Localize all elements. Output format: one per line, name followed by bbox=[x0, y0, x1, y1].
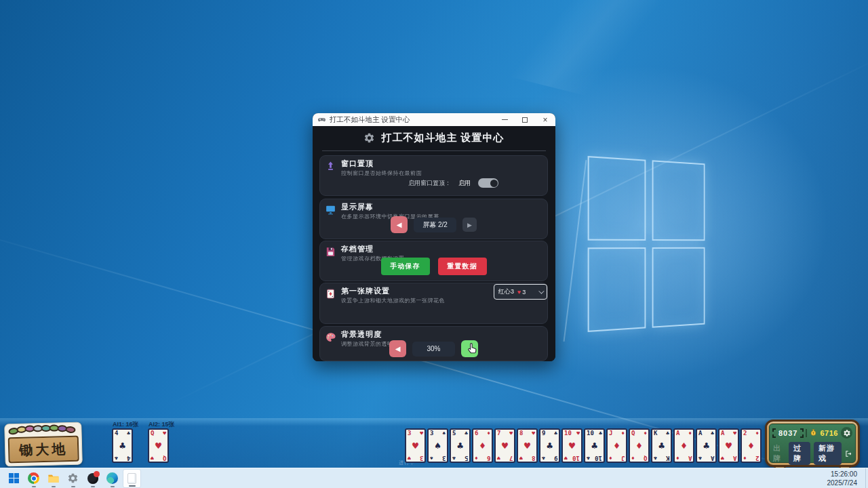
playing-card-icon bbox=[325, 288, 336, 300]
card-suit-icon: ♣ bbox=[115, 455, 118, 461]
playing-card-3♠[interactable]: 3♠♠♠3 bbox=[427, 428, 448, 463]
taskbar-chrome[interactable] bbox=[24, 469, 43, 488]
card-suit-icon: ♥ bbox=[733, 430, 736, 436]
card-rank: 4 bbox=[127, 455, 130, 462]
card-suit-icon: ♣ bbox=[119, 440, 125, 452]
section-first-card: 第一张牌设置 设置争上游和锄大地游戏的第一张牌花色 红心3 ♥ 3 bbox=[319, 283, 548, 324]
manual-save-button[interactable]: 手动保存 bbox=[381, 258, 430, 275]
folder-icon bbox=[47, 472, 60, 485]
light-beam bbox=[564, 160, 587, 342]
playing-card-3♥[interactable]: 3♥♥♥3 bbox=[405, 428, 426, 463]
card-suit-icon: ♠ bbox=[435, 440, 441, 452]
pin-icon bbox=[325, 161, 336, 172]
dropdown-selected-label: 红心3 bbox=[498, 287, 514, 296]
ai1-last-card: 4♣♣♣4 bbox=[112, 428, 133, 463]
screen-prev-button[interactable]: ◀ bbox=[391, 216, 408, 233]
money-bag-icon bbox=[809, 428, 818, 437]
opacity-decrease-button[interactable]: ◀ bbox=[389, 340, 406, 357]
card-suit-icon: ♥ bbox=[576, 430, 580, 436]
scoreboard-settings-button[interactable] bbox=[841, 427, 852, 439]
card-suit-icon: ♥ bbox=[420, 430, 423, 436]
playing-card-7♥[interactable]: 7♥♥♥7 bbox=[494, 428, 515, 463]
active-app-icon bbox=[127, 473, 136, 484]
playing-card-6♦[interactable]: 6♦♦♦6 bbox=[472, 428, 493, 463]
first-card-dropdown[interactable]: 红心3 ♥ 3 bbox=[494, 284, 547, 300]
running-indicator bbox=[129, 485, 136, 487]
card-suit-icon: ♥ bbox=[502, 440, 508, 452]
logo-box: 锄大地 bbox=[8, 436, 79, 464]
start-button[interactable] bbox=[5, 469, 23, 488]
playing-card-J♦[interactable]: J♦♦♦J bbox=[606, 428, 627, 463]
section-save-management: 存档管理 管理游戏存档数据和设置 手动保存 重置数据 bbox=[319, 241, 548, 281]
close-icon: × bbox=[542, 116, 547, 124]
minimize-button[interactable] bbox=[494, 113, 515, 126]
screen-next-button[interactable]: ▶ bbox=[462, 218, 477, 232]
playing-card-A♣[interactable]: A♣♣♣A bbox=[696, 428, 717, 463]
card-rank: J bbox=[621, 455, 625, 462]
taskbar-edge[interactable] bbox=[103, 469, 121, 488]
card-suit-icon: ♣ bbox=[703, 440, 709, 452]
section-window-top: 窗口置顶 控制窗口是否始终保持在最前面 启用窗口置顶： 启用 bbox=[319, 155, 548, 196]
section-title: 背景透明度 bbox=[341, 329, 382, 340]
close-button[interactable]: × bbox=[535, 113, 555, 126]
running-indicator bbox=[91, 486, 95, 487]
reset-data-button[interactable]: 重置数据 bbox=[438, 258, 487, 275]
clock-date: 2025/7/24 bbox=[827, 479, 858, 488]
card-rank: 10 bbox=[564, 430, 572, 436]
coin-value: 6716 bbox=[820, 429, 837, 437]
card-rank: 8 bbox=[519, 430, 523, 436]
pass-button[interactable]: 过牌 bbox=[789, 442, 810, 465]
card-suit-icon: ♦ bbox=[609, 455, 612, 461]
card-suit-icon: ♦ bbox=[636, 440, 642, 452]
card-suit-icon: ♥ bbox=[497, 455, 500, 461]
chrome-icon bbox=[28, 472, 39, 484]
card-suit-icon: ♥ bbox=[155, 440, 161, 452]
window-titlebar[interactable]: 打工不如斗地主 设置中心 × bbox=[313, 113, 555, 126]
poker-chip bbox=[65, 426, 76, 434]
card-suit-icon: ♥ bbox=[524, 440, 530, 452]
card-suit-icon: ♦ bbox=[755, 430, 759, 436]
playing-card-Q♦[interactable]: Q♦♦♦Q bbox=[629, 428, 650, 463]
card-rank: 8 bbox=[532, 455, 535, 462]
playing-card-9♣[interactable]: 9♣♣♣9 bbox=[539, 428, 560, 463]
dropdown-selected-count: 3 bbox=[522, 289, 526, 296]
card-suit-icon: ♥ bbox=[151, 455, 154, 461]
playing-card-5♣[interactable]: 5♣♣♣5 bbox=[450, 428, 471, 463]
new-game-button[interactable]: 新游戏 bbox=[814, 442, 842, 465]
card-rank: 7 bbox=[509, 455, 513, 462]
playing-card-10♣[interactable]: 10♣♣♣10 bbox=[584, 428, 605, 463]
game-logo: 锄大地 bbox=[4, 422, 83, 467]
card-rank: 9 bbox=[554, 455, 557, 462]
scoreboard: 8037 6716 出牌 过牌 新游戏 bbox=[765, 420, 860, 467]
playing-card-A♥[interactable]: A♥♥♥A bbox=[718, 428, 739, 463]
minimize-icon bbox=[502, 119, 508, 120]
player-hand: 3♥♥♥33♠♠♠35♣♣♣56♦♦♦67♥♥♥78♥♥♥89♣♣♣910♥♥♥… bbox=[405, 428, 762, 463]
playing-card-10♥[interactable]: 10♥♥♥10 bbox=[561, 428, 583, 463]
divider bbox=[322, 150, 546, 151]
card-suit-icon: ♥ bbox=[408, 455, 411, 461]
logo-text: 锄大地 bbox=[19, 440, 68, 460]
exit-icon[interactable] bbox=[845, 449, 852, 459]
taskbar-clock[interactable]: 15:26:00 2025/7/24 bbox=[827, 470, 858, 487]
card-rank: 6 bbox=[487, 455, 490, 462]
card-suit-icon: ♣ bbox=[457, 440, 463, 452]
chevron-down-icon bbox=[538, 288, 544, 293]
taskbar-settings[interactable] bbox=[64, 469, 82, 488]
playing-card-A♦[interactable]: A♦♦♦A bbox=[673, 428, 694, 463]
playing-card-2♦[interactable]: 2♦♦♦2 bbox=[741, 428, 762, 463]
desktop: 打工不如斗地主 设置中心 × 打工不如斗地主 设置中心 窗口置顶 控制窗口是否始… bbox=[0, 0, 868, 488]
show-desktop-button[interactable] bbox=[865, 468, 868, 488]
section-title: 显示屏幕 bbox=[341, 202, 374, 212]
windows-logo-icon bbox=[9, 473, 20, 484]
taskbar-file-explorer[interactable] bbox=[44, 469, 62, 488]
maximize-button[interactable] bbox=[515, 113, 535, 126]
card-suit-icon: ♦ bbox=[621, 430, 625, 436]
card-suit-icon: ♣ bbox=[666, 430, 669, 436]
playing-card-8♥[interactable]: 8♥♥♥8 bbox=[517, 428, 538, 463]
playing-card-K♣[interactable]: K♣♣♣K bbox=[651, 428, 672, 463]
left-arrow-icon: ◀ bbox=[397, 221, 402, 228]
always-on-top-toggle[interactable] bbox=[478, 178, 498, 188]
card-rank: A bbox=[698, 430, 702, 436]
taskbar-active-app[interactable] bbox=[123, 469, 141, 488]
taskbar-game-app[interactable] bbox=[83, 469, 102, 488]
